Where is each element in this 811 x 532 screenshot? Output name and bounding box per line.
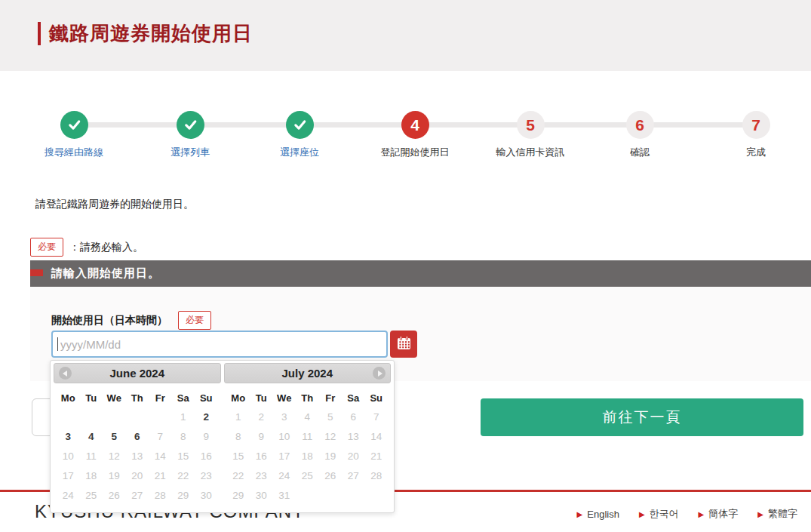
- day-cell: 27: [342, 466, 365, 485]
- day-cell: 9: [250, 426, 273, 446]
- weekday-header: Su: [365, 389, 389, 407]
- next-month-button[interactable]: [373, 367, 386, 380]
- day-cell: 6: [342, 407, 365, 426]
- day-cell: 31: [273, 485, 296, 505]
- step-item-7: 7完成: [696, 111, 811, 159]
- datepicker-popup: June 2024 MoTuWeThFrSaSu1234567891011121…: [50, 360, 395, 513]
- day-cell: 27: [126, 485, 149, 505]
- required-badge: 必要: [178, 311, 211, 330]
- day-cell: 3: [273, 407, 296, 426]
- day-cell: 19: [319, 446, 343, 466]
- section-header: 請輸入開始使用日。: [30, 260, 811, 287]
- step-label: 輸入信用卡資訊: [470, 146, 591, 159]
- day-cell: 19: [103, 466, 126, 485]
- day-cell: 18: [80, 466, 103, 485]
- step-item-1: 搜尋經由路線: [14, 111, 134, 159]
- weekday-header: We: [103, 389, 126, 407]
- day-cell: 30: [195, 485, 218, 505]
- step-label: 完成: [696, 146, 811, 159]
- day-cell: 12: [103, 446, 126, 466]
- language-links: ▶English▶한국어▶簡体字▶繁體字: [577, 507, 797, 521]
- weekday-header: Sa: [342, 389, 365, 407]
- language-link[interactable]: ▶繁體字: [757, 507, 797, 521]
- month-title: June 2024: [54, 364, 220, 383]
- start-date-label: 開始使用日（日本時間）: [51, 314, 167, 328]
- start-date-input[interactable]: [51, 331, 388, 358]
- day-cell[interactable]: 6: [126, 426, 149, 446]
- datepicker-month-header: June 2024: [54, 363, 221, 383]
- previous-month-button[interactable]: [59, 367, 72, 380]
- day-cell[interactable]: 5: [103, 426, 126, 446]
- day-cell: 23: [250, 466, 273, 485]
- check-icon: [286, 111, 314, 139]
- arrow-right-icon: ▶: [699, 510, 705, 518]
- arrow-right-icon: ▶: [577, 510, 583, 518]
- language-link[interactable]: ▶한국어: [639, 507, 679, 521]
- weekday-header: Tu: [80, 389, 103, 407]
- datepicker-month-june: June 2024 MoTuWeThFrSaSu1234567891011121…: [52, 362, 223, 511]
- day-cell: 10: [273, 426, 296, 446]
- day-cell: 22: [227, 466, 250, 485]
- day-cell: 15: [172, 446, 195, 466]
- day-cell: 28: [365, 466, 389, 485]
- day-cell: 17: [273, 446, 296, 466]
- start-date-label-row: 開始使用日（日本時間） 必要: [51, 311, 211, 330]
- language-link[interactable]: ▶English: [577, 507, 619, 521]
- text-cursor: [57, 337, 58, 351]
- day-cell: 1: [227, 407, 250, 426]
- chevron-right-icon: [378, 371, 382, 377]
- language-link-label: 簡体字: [708, 507, 738, 521]
- day-cell[interactable]: 4: [80, 426, 103, 446]
- intro-text: 請登記鐵路周遊券的開始使用日。: [35, 198, 194, 211]
- weekday-header: Th: [296, 389, 319, 407]
- required-legend: 必要 ：請務必輸入。: [30, 238, 143, 257]
- step-number: 5: [517, 111, 545, 139]
- arrow-right-icon: ▶: [757, 510, 763, 518]
- day-cell: 8: [227, 426, 250, 446]
- day-cell: 10: [57, 446, 80, 466]
- weekday-header: We: [273, 389, 296, 407]
- step-label[interactable]: 搜尋經由路線: [14, 146, 134, 159]
- day-cell: 16: [195, 446, 218, 466]
- calendar-icon: [397, 336, 411, 352]
- chevron-left-icon: [63, 371, 67, 377]
- day-cell[interactable]: 3: [57, 426, 80, 446]
- day-cell: 26: [319, 466, 343, 485]
- day-cell: 7: [365, 407, 389, 426]
- open-calendar-button[interactable]: [390, 331, 417, 358]
- day-cell: 4: [296, 407, 319, 426]
- datepicker-month-july: July 2024 MoTuWeThFrSaSu1234567891011121…: [223, 362, 393, 511]
- day-cell: 21: [149, 466, 172, 485]
- section-accent-dash: [30, 269, 43, 276]
- day-cell: 11: [80, 446, 103, 466]
- weekday-header: Fr: [319, 389, 343, 407]
- step-label: 確認: [579, 146, 700, 159]
- language-link[interactable]: ▶簡体字: [699, 507, 739, 521]
- next-page-button[interactable]: 前往下一頁: [481, 398, 803, 436]
- day-cell: 9: [195, 426, 218, 446]
- day-cell: 13: [342, 426, 365, 446]
- day-cell: 20: [126, 466, 149, 485]
- day-cell: 16: [250, 446, 273, 466]
- day-cell: 22: [172, 466, 195, 485]
- step-label[interactable]: 選擇列車: [130, 146, 250, 159]
- day-cell: 25: [296, 466, 319, 485]
- day-cell: 25: [80, 485, 103, 505]
- day-cell[interactable]: 2: [195, 407, 218, 426]
- day-cell: 24: [273, 466, 296, 485]
- month-title: July 2024: [225, 364, 391, 383]
- weekday-header: Tu: [250, 389, 273, 407]
- day-cell: 23: [195, 466, 218, 485]
- page: 鐵路周遊券開始使用日 搜尋經由路線選擇列車選擇座位4登記開始使用日5輸入信用卡資…: [0, 0, 811, 532]
- day-cell: 8: [172, 426, 195, 446]
- empty-day-cell: [319, 485, 343, 505]
- arrow-right-icon: ▶: [639, 510, 645, 518]
- step-label[interactable]: 選擇座位: [239, 146, 360, 159]
- day-cell: 26: [103, 485, 126, 505]
- day-cell: 15: [227, 446, 250, 466]
- language-link-label: English: [587, 509, 619, 520]
- day-cell: 17: [57, 466, 80, 485]
- empty-day-cell: [342, 485, 365, 505]
- step-item-4: 4登記開始使用日: [355, 111, 475, 159]
- language-link-label: 繁體字: [768, 507, 797, 521]
